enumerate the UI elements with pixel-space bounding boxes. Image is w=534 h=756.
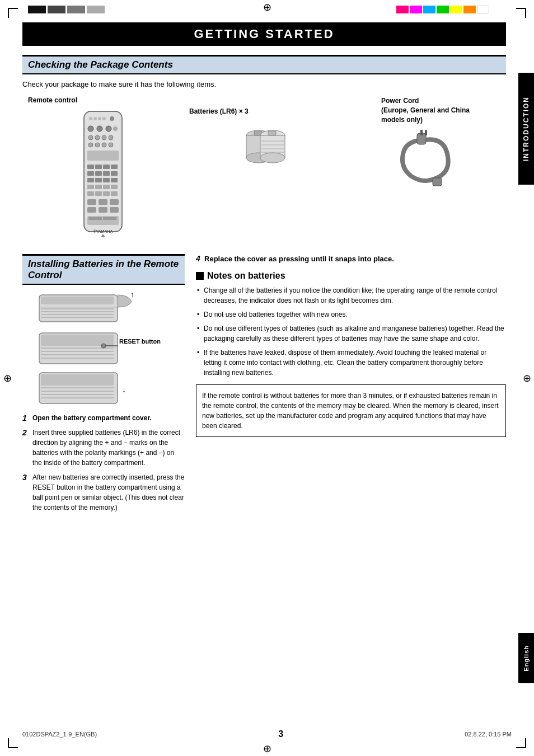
package-item-powercord: Power Cord (Europe, General and China mo… [350,96,500,190]
svg-text:↓: ↓ [122,385,126,394]
color-block-7 [477,6,489,13]
package-item-remote: Remote control [28,96,178,237]
step-3: 3 After new batteries are correctly inse… [22,472,185,513]
crosshair-left: ⊕ [2,373,13,384]
color-block-6 [463,6,476,13]
package-items-container: Remote control [22,96,506,237]
color-block-2 [410,6,422,13]
corner-mark-br [516,738,526,748]
notes-list: Change all of the batteries if you notic… [196,285,506,378]
svg-rect-36 [95,191,102,196]
crosshair-right: ⊕ [521,373,532,384]
svg-rect-20 [95,165,102,169]
english-label: English [523,645,530,672]
step-1: 1 Open the battery compartment cover. [22,413,185,423]
svg-rect-28 [95,178,102,182]
notes-title: Notes on batteries [207,271,285,281]
svg-point-15 [95,143,100,147]
svg-text:®YAMAHA: ®YAMAHA [93,229,113,233]
svg-point-9 [113,126,118,131]
svg-point-8 [106,126,111,132]
step-1-text: Open the battery compartment cover. [32,413,152,423]
battery-install-illustrations: ↑ [36,290,171,406]
info-box: If the remote control is without batteri… [196,384,506,437]
page-number: 3 [278,729,283,739]
note-item-4: If the batteries have leaked, dispose of… [196,348,506,378]
batteries-image [228,120,301,167]
corner-mark-tl [8,8,18,18]
step-3-num: 3 [22,472,32,482]
svg-rect-22 [111,165,118,169]
getting-started-title: GETTING STARTED [194,27,334,41]
package-intro-text: Check your package to make sure it has t… [22,80,506,88]
svg-rect-82 [41,374,114,386]
svg-rect-42 [87,207,96,213]
svg-rect-46 [88,217,102,220]
color-block-4 [437,6,449,13]
battery-install-img-2-container: RESET button [36,330,171,367]
svg-rect-21 [103,165,110,169]
battery-install-section: Installing Batteries in the Remote Contr… [22,254,185,517]
remote-label: Remote control [28,96,77,104]
svg-point-17 [109,143,113,147]
svg-point-5 [110,116,114,121]
svg-marker-49 [101,234,105,237]
svg-text:↑: ↑ [130,290,134,299]
sidebar-english: English [518,633,534,683]
svg-rect-40 [99,199,107,205]
svg-rect-33 [103,185,110,189]
svg-rect-43 [99,207,107,213]
svg-rect-27 [87,178,94,182]
sidebar-introduction: INTRODUCTION [518,73,534,185]
svg-rect-57 [268,131,276,135]
svg-rect-47 [103,217,116,220]
notes-header: Notes on batteries [196,271,506,281]
svg-rect-19 [87,165,94,169]
svg-rect-44 [110,207,119,213]
reg-block-2 [48,6,65,13]
svg-point-6 [88,126,93,132]
powercord-label: Power Cord (Europe, General and China mo… [381,96,470,124]
step-2: 2 Insert three supplied batteries (LR6) … [22,428,185,468]
note-item-1: Change all of the batteries if you notic… [196,285,506,306]
getting-started-header: GETTING STARTED [22,22,506,46]
color-block-1 [396,6,409,13]
svg-rect-26 [111,171,118,176]
svg-rect-67 [41,297,114,304]
crosshair-top: ⊕ [261,2,273,13]
svg-point-12 [102,135,106,140]
svg-point-79 [101,344,106,348]
svg-point-7 [97,126,102,132]
svg-rect-38 [111,191,118,196]
svg-rect-64 [425,130,427,135]
color-block-3 [423,6,435,13]
svg-point-56 [260,153,285,163]
svg-rect-32 [95,185,102,189]
svg-rect-30 [111,178,118,182]
step-2-text: Insert three supplied batteries (LR6) in… [32,428,185,468]
notes-square-icon [196,272,204,280]
package-contents-section: Checking the Package Contents Check your… [22,55,506,237]
step-4-text: Replace the cover as pressing until it s… [204,255,394,263]
power-cord-image [395,129,456,190]
svg-point-13 [109,135,113,140]
svg-rect-34 [111,185,118,189]
main-content: GETTING STARTED Checking the Package Con… [22,22,512,517]
reset-button-label: RESET button [119,338,161,345]
svg-point-3 [98,117,101,120]
introduction-label: INTRODUCTION [522,96,530,161]
step-1-num: 1 [22,413,32,422]
note-item-3: Do not use different types of batteries … [196,323,506,344]
remote-control-image: ®YAMAHA [78,109,128,237]
svg-point-4 [102,117,106,120]
step-3-text: After new batteries are correctly insert… [32,472,185,513]
reg-block-4 [87,6,105,13]
battery-install-img-2 [36,330,148,367]
svg-rect-35 [87,191,94,196]
page-footer: 0102DSPAZ2_1-9_EN(GB) 3 02.8.22, 0:15 PM [22,729,512,739]
svg-rect-25 [103,171,110,176]
svg-rect-23 [87,171,94,176]
info-box-text: If the remote control is without batteri… [202,392,499,430]
svg-rect-31 [87,185,94,189]
notes-section: 4 Replace the cover as pressing until it… [196,254,506,517]
